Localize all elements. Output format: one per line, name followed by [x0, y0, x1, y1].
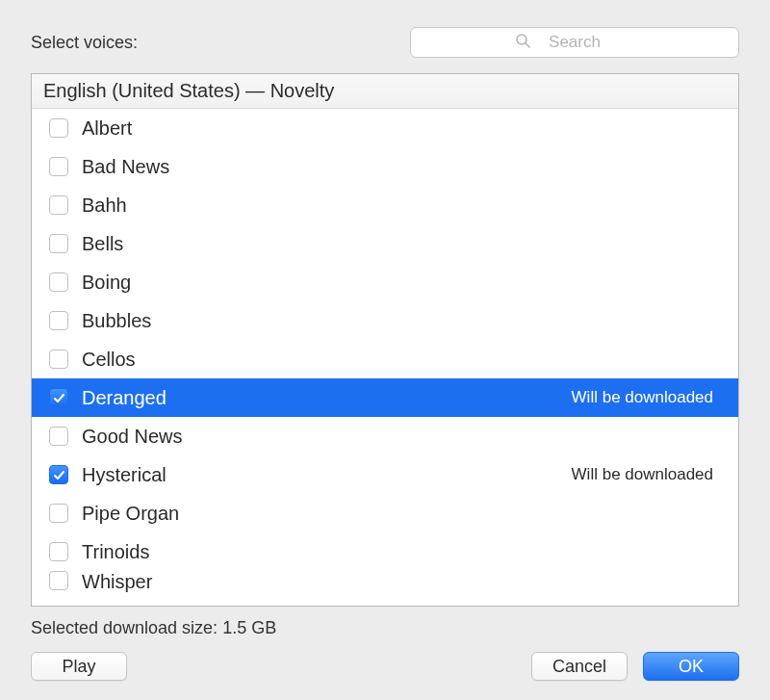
voice-checkbox[interactable]: [49, 350, 68, 369]
voice-row[interactable]: Trinoids: [32, 532, 738, 571]
voice-row[interactable]: Cellos: [32, 340, 738, 378]
voice-label: Albert: [82, 117, 727, 140]
voice-row[interactable]: Albert: [32, 109, 738, 147]
voice-status: Will be downloaded: [572, 388, 713, 407]
voice-label: Whisper: [82, 571, 727, 593]
voice-row[interactable]: Bad News: [32, 147, 738, 186]
voice-group-header: English (United States) — Novelty: [32, 74, 738, 109]
cancel-button[interactable]: Cancel: [531, 652, 628, 681]
voice-checkbox[interactable]: [49, 311, 68, 330]
voice-checkbox[interactable]: [49, 504, 68, 523]
voice-row[interactable]: HystericalWill be downloaded: [32, 455, 738, 494]
voice-label: Cellos: [82, 349, 727, 371]
voice-checkbox[interactable]: [49, 542, 68, 561]
voice-label: Pipe Organ: [82, 503, 727, 525]
voice-row[interactable]: Bells: [32, 224, 738, 263]
voice-checkbox[interactable]: [49, 157, 68, 176]
voice-label: Bells: [82, 233, 727, 255]
voice-checkbox[interactable]: [49, 427, 68, 446]
voice-label: Good News: [82, 426, 727, 448]
voice-checkbox[interactable]: [49, 388, 68, 407]
voice-checkbox[interactable]: [49, 195, 68, 215]
select-voices-label: Select voices:: [31, 33, 138, 53]
header-row: Select voices:: [31, 27, 739, 58]
voice-row[interactable]: DerangedWill be downloaded: [32, 378, 738, 417]
voice-row[interactable]: Bubbles: [32, 301, 738, 340]
search-input[interactable]: [410, 27, 739, 58]
voice-checkbox[interactable]: [49, 272, 68, 292]
voice-label: Bahh: [82, 194, 727, 217]
voice-selection-dialog: Select voices: English (United States) —…: [0, 0, 770, 700]
voice-row[interactable]: Whisper: [32, 571, 738, 596]
voice-label: Bubbles: [82, 310, 727, 332]
button-row: Play Cancel OK: [31, 652, 739, 681]
voice-label: Bad News: [82, 156, 727, 178]
voice-label: Trinoids: [82, 541, 727, 563]
voice-row[interactable]: Good News: [32, 417, 738, 455]
download-size-status: Selected download size: 1.5 GB: [31, 618, 739, 638]
ok-button[interactable]: OK: [643, 652, 739, 681]
voice-list-box: English (United States) — Novelty Albert…: [31, 73, 739, 607]
voice-checkbox[interactable]: [49, 118, 68, 138]
search-wrap: [410, 27, 739, 58]
voice-checkbox[interactable]: [49, 571, 68, 590]
voice-label: Boing: [82, 272, 727, 294]
voice-checkbox[interactable]: [49, 465, 68, 484]
voice-row[interactable]: Boing: [32, 263, 738, 301]
voice-status: Will be downloaded: [572, 465, 713, 484]
play-button[interactable]: Play: [31, 652, 127, 681]
voice-row[interactable]: Pipe Organ: [32, 494, 738, 532]
voice-list[interactable]: AlbertBad NewsBahhBellsBoingBubblesCello…: [32, 109, 738, 606]
voice-label: Deranged: [82, 387, 572, 409]
voice-row[interactable]: Bahh: [32, 186, 738, 224]
voice-checkbox[interactable]: [49, 234, 68, 253]
voice-label: Hysterical: [82, 464, 572, 486]
